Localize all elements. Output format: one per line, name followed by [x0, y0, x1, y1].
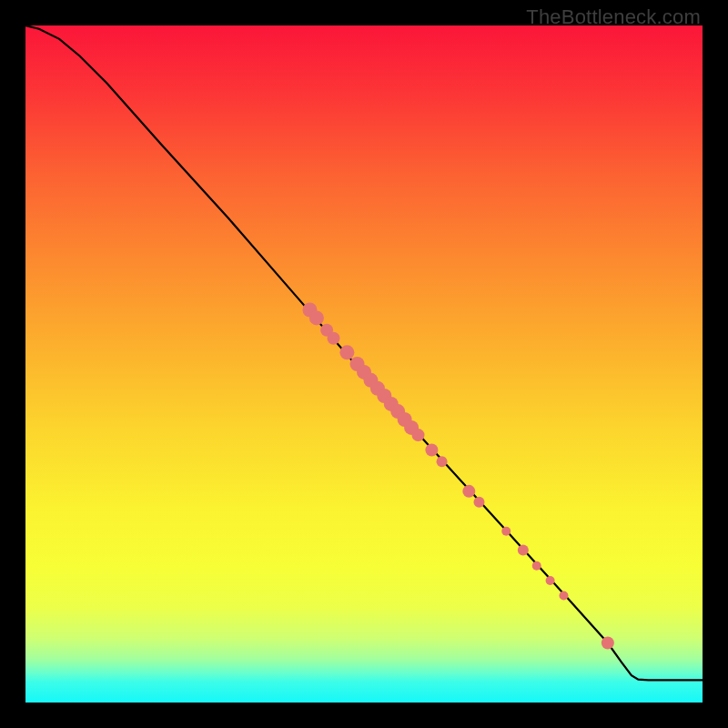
data-point-marker: [425, 443, 438, 456]
data-point-marker: [462, 485, 475, 498]
data-point-marker: [328, 332, 340, 345]
data-point-marker: [602, 637, 614, 650]
data-point-marker: [473, 497, 484, 508]
chart-container: TheBottleneck.com: [0, 0, 728, 728]
data-point-marker: [412, 429, 425, 441]
data-point-marker: [339, 345, 354, 359]
data-point-marker: [501, 527, 511, 536]
data-point-marker: [518, 545, 529, 556]
data-point-marker: [546, 576, 555, 585]
data-point-marker: [532, 561, 541, 571]
data-point-marker: [437, 456, 448, 467]
chart-svg: [25, 25, 703, 703]
data-point-marker: [309, 310, 324, 325]
plot-area: [25, 25, 703, 703]
data-point-marker: [559, 591, 568, 600]
